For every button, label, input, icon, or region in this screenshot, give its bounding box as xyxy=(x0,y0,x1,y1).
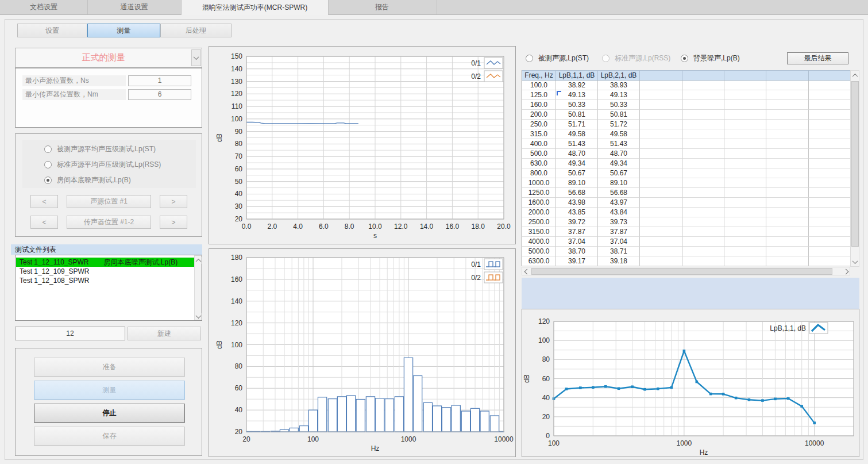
file-list-item[interactable]: Test 1_12_109_SPWR xyxy=(16,267,194,276)
value-cell[interactable] xyxy=(682,129,724,139)
value-cell[interactable]: 39.72 xyxy=(556,217,598,227)
value-cell[interactable] xyxy=(766,120,809,129)
value-cell[interactable] xyxy=(640,129,682,139)
value-cell[interactable] xyxy=(682,217,724,227)
tab-3[interactable]: 混响室法测试声功率(MCR-SPWR) xyxy=(181,0,329,15)
freq-cell[interactable]: 125.0 xyxy=(522,90,556,100)
test-mode-radio-3[interactable]: 房间本底噪声测试,Lp(B) xyxy=(44,175,131,185)
value-cell[interactable] xyxy=(766,129,809,139)
value-cell[interactable]: 49.34 xyxy=(556,159,598,168)
value-cell[interactable] xyxy=(682,110,724,120)
result-radio-1[interactable]: 被测声源,Lp(ST) xyxy=(526,53,589,63)
tab-1[interactable]: 文档设置 xyxy=(0,0,88,14)
value-cell[interactable]: 37.04 xyxy=(598,237,640,247)
value-cell[interactable] xyxy=(724,80,766,90)
table-row[interactable]: 630.049.3449.34 xyxy=(522,159,851,168)
value-cell[interactable] xyxy=(724,129,766,139)
save-button[interactable]: 保存 xyxy=(34,427,185,446)
file-list-item[interactable]: Test 1_12_108_SPWR xyxy=(16,276,194,285)
value-cell[interactable] xyxy=(766,188,809,198)
value-cell[interactable] xyxy=(809,168,851,178)
table-row[interactable]: 6300.039.1739.18 xyxy=(522,256,851,266)
value-cell[interactable] xyxy=(724,237,766,247)
value-cell[interactable] xyxy=(766,208,809,217)
value-cell[interactable]: 39.73 xyxy=(598,217,640,227)
value-cell[interactable] xyxy=(809,178,851,188)
table-row[interactable]: 500.048.7048.70 xyxy=(522,149,851,159)
value-cell[interactable]: 39.18 xyxy=(598,256,640,266)
value-cell[interactable] xyxy=(640,227,682,237)
min-source-positions-input[interactable]: 1 xyxy=(128,75,191,86)
value-cell[interactable]: 49.13 xyxy=(556,90,598,100)
tab-2[interactable]: 通道设置 xyxy=(87,0,182,14)
value-cell[interactable] xyxy=(724,90,766,100)
freq-cell[interactable]: 160.0 xyxy=(522,100,556,110)
table-row[interactable]: 160.050.3350.33 xyxy=(522,100,851,110)
value-cell[interactable] xyxy=(766,178,809,188)
value-cell[interactable] xyxy=(724,159,766,168)
value-cell[interactable] xyxy=(682,139,724,149)
value-cell[interactable] xyxy=(724,149,766,159)
value-cell[interactable] xyxy=(640,208,682,217)
value-cell[interactable] xyxy=(640,188,682,198)
table-row[interactable]: 315.049.5849.58 xyxy=(522,129,851,139)
freq-cell[interactable]: 1600.0 xyxy=(522,198,556,208)
value-cell[interactable] xyxy=(809,149,851,159)
value-cell[interactable] xyxy=(682,178,724,188)
value-cell[interactable] xyxy=(766,217,809,227)
value-cell[interactable] xyxy=(724,168,766,178)
value-cell[interactable] xyxy=(766,90,809,100)
value-cell[interactable] xyxy=(766,110,809,120)
value-cell[interactable] xyxy=(724,100,766,110)
value-cell[interactable] xyxy=(640,178,682,188)
value-cell[interactable] xyxy=(682,159,724,168)
freq-cell[interactable]: 630.0 xyxy=(522,159,556,168)
value-cell[interactable]: 49.58 xyxy=(598,129,640,139)
radio-circle-icon[interactable] xyxy=(44,145,52,153)
freq-cell[interactable]: 250.0 xyxy=(522,120,556,129)
value-cell[interactable]: 89.10 xyxy=(598,178,640,188)
value-cell[interactable] xyxy=(640,159,682,168)
table-scroll-right-arrow[interactable] xyxy=(842,268,850,275)
table-row[interactable]: 2500.039.7239.73 xyxy=(522,217,851,227)
value-cell[interactable] xyxy=(766,237,809,247)
value-cell[interactable]: 50.67 xyxy=(556,168,598,178)
value-cell[interactable] xyxy=(640,256,682,266)
value-cell[interactable]: 51.43 xyxy=(598,139,640,149)
value-cell[interactable] xyxy=(640,100,682,110)
value-cell[interactable]: 50.33 xyxy=(556,100,598,110)
value-cell[interactable] xyxy=(682,90,724,100)
table-vscrollbar[interactable] xyxy=(850,70,859,267)
table-scroll-down-arrow[interactable] xyxy=(851,258,859,266)
subtab-3[interactable]: 后处理 xyxy=(160,24,232,37)
table-row[interactable]: 4000.037.0437.04 xyxy=(522,237,851,247)
table-row[interactable]: 1600.043.9843.97 xyxy=(522,198,851,208)
value-cell[interactable] xyxy=(724,208,766,217)
scroll-up-arrow[interactable] xyxy=(195,257,202,264)
value-cell[interactable] xyxy=(724,247,766,256)
value-cell[interactable] xyxy=(809,217,851,227)
value-cell[interactable] xyxy=(682,227,724,237)
value-cell[interactable] xyxy=(809,247,851,256)
freq-cell[interactable]: 200.0 xyxy=(522,110,556,120)
value-cell[interactable] xyxy=(809,198,851,208)
value-cell[interactable]: 38.71 xyxy=(598,247,640,256)
value-cell[interactable] xyxy=(766,247,809,256)
file-list[interactable]: Test 1_12_110_SPWR房间本底噪声测试,Lp(B)Test 1_1… xyxy=(15,255,202,321)
table-row[interactable]: 400.051.4351.43 xyxy=(522,139,851,149)
freq-cell[interactable]: 1000.0 xyxy=(522,178,556,188)
value-cell[interactable]: 43.98 xyxy=(556,198,598,208)
value-cell[interactable]: 43.85 xyxy=(556,208,598,217)
value-cell[interactable] xyxy=(724,120,766,129)
source-next-button[interactable]: > xyxy=(160,195,187,208)
mic-next-button[interactable]: > xyxy=(160,216,187,229)
value-cell[interactable] xyxy=(766,100,809,110)
subtab-2[interactable]: 测量 xyxy=(87,24,160,37)
value-cell[interactable] xyxy=(766,149,809,159)
source-prev-button[interactable]: < xyxy=(30,195,58,208)
value-cell[interactable]: 51.72 xyxy=(598,120,640,129)
value-cell[interactable] xyxy=(766,159,809,168)
value-cell[interactable] xyxy=(682,237,724,247)
value-cell[interactable] xyxy=(809,256,851,266)
value-cell[interactable] xyxy=(682,80,724,90)
